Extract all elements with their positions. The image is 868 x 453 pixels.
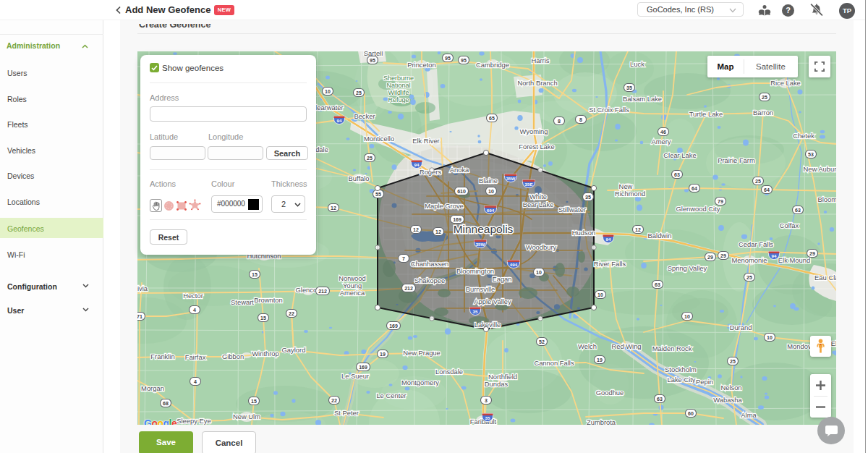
svg-text:Rice Lake: Rice Lake <box>770 79 801 87</box>
svg-text:Cannon Falls: Cannon Falls <box>534 359 574 367</box>
svg-text:Brownton: Brownton <box>254 296 283 304</box>
svg-text:Wildlife: Wildlife <box>388 89 409 96</box>
svg-text:22: 22 <box>289 311 294 316</box>
svg-text:15: 15 <box>252 272 258 277</box>
svg-text:Alma: Alma <box>741 411 757 419</box>
svg-text:Winthrop: Winthrop <box>252 350 279 357</box>
svg-text:52: 52 <box>539 339 545 344</box>
svg-text:610: 610 <box>457 189 466 194</box>
svg-text:694: 694 <box>487 208 495 213</box>
svg-text:494: 494 <box>510 262 518 267</box>
svg-text:Lake City: Lake City <box>667 376 695 384</box>
svg-text:12: 12 <box>331 206 336 211</box>
svg-text:Cambridge: Cambridge <box>476 61 509 69</box>
svg-text:3: 3 <box>485 398 488 403</box>
svg-text:Forest Lake: Forest Lake <box>519 143 555 151</box>
svg-text:St Croix Falls: St Croix Falls <box>589 106 629 114</box>
svg-text:29: 29 <box>809 251 815 256</box>
svg-text:68: 68 <box>163 401 169 406</box>
svg-text:New Auburn: New Auburn <box>803 165 836 173</box>
svg-text:25: 25 <box>746 275 752 280</box>
svg-text:Buffalo: Buffalo <box>348 174 369 182</box>
svg-text:Prairie Farm: Prairie Farm <box>718 156 755 164</box>
svg-text:Maple Grove: Maple Grove <box>425 202 464 210</box>
svg-text:Eau Claire: Eau Claire <box>814 274 836 281</box>
svg-text:Cedar Falls: Cedar Falls <box>739 240 773 248</box>
svg-text:Fairfax: Fairfax <box>185 353 206 361</box>
svg-text:Red Wing: Red Wing <box>611 342 641 350</box>
svg-text:Stewart: Stewart <box>231 298 254 306</box>
svg-text:46: 46 <box>660 130 666 135</box>
svg-text:Woodbury: Woodbury <box>526 243 557 251</box>
svg-text:12: 12 <box>413 227 419 232</box>
svg-text:4: 4 <box>194 379 197 384</box>
svg-text:35E: 35E <box>524 182 532 187</box>
svg-text:Hector: Hector <box>183 292 203 300</box>
svg-text:Goodhue: Goodhue <box>596 389 624 397</box>
svg-text:Sherburne: Sherburne <box>383 75 414 82</box>
svg-text:New Ulm: New Ulm <box>233 412 260 420</box>
svg-text:25: 25 <box>762 95 767 100</box>
svg-text:Barron: Barron <box>753 109 773 117</box>
svg-text:Le Center: Le Center <box>376 391 406 399</box>
svg-text:Lonsdale: Lonsdale <box>435 368 463 376</box>
svg-text:National: National <box>386 82 410 89</box>
svg-text:Dundas: Dundas <box>485 380 509 388</box>
svg-text:169: 169 <box>359 365 367 370</box>
svg-text:Baldwin: Baldwin <box>648 232 672 240</box>
svg-text:Elk Mound: Elk Mound <box>778 256 810 264</box>
svg-text:Welch: Welch <box>578 342 597 350</box>
svg-text:35W: 35W <box>506 176 516 181</box>
svg-text:Harris: Harris <box>532 56 550 64</box>
svg-text:Le Sueur: Le Sueur <box>341 372 369 380</box>
svg-text:63: 63 <box>655 282 660 287</box>
svg-text:25: 25 <box>356 90 362 96</box>
svg-text:10: 10 <box>488 189 494 194</box>
svg-text:64: 64 <box>692 186 697 191</box>
svg-text:94: 94 <box>414 162 420 167</box>
svg-text:Stillwater: Stillwater <box>558 206 586 213</box>
svg-text:25: 25 <box>755 179 761 184</box>
svg-text:35: 35 <box>626 85 632 90</box>
svg-text:63: 63 <box>657 397 663 402</box>
svg-text:Clear Lake: Clear Lake <box>663 151 696 159</box>
svg-text:Montgomery: Montgomery <box>401 378 439 386</box>
svg-text:Wyoming: Wyoming <box>520 127 548 135</box>
svg-text:Elk River: Elk River <box>412 137 440 145</box>
svg-text:10: 10 <box>597 292 603 297</box>
svg-text:35: 35 <box>485 415 490 420</box>
svg-text:Amery: Amery <box>651 137 671 145</box>
svg-text:12: 12 <box>435 229 441 234</box>
svg-text:Zumbrota: Zumbrota <box>587 418 616 425</box>
svg-text:60: 60 <box>688 411 694 416</box>
svg-text:94: 94 <box>337 118 342 123</box>
svg-text:St Peter: St Peter <box>334 409 359 417</box>
svg-text:10: 10 <box>536 270 542 275</box>
svg-text:94: 94 <box>606 237 611 242</box>
svg-text:19: 19 <box>380 352 386 357</box>
svg-text:55: 55 <box>375 192 381 197</box>
svg-text:25: 25 <box>730 359 736 364</box>
svg-text:Gaylord: Gaylord <box>282 346 306 354</box>
svg-text:Monticello: Monticello <box>364 135 394 143</box>
svg-text:94: 94 <box>772 253 777 258</box>
svg-text:29: 29 <box>707 255 713 260</box>
svg-text:America: America <box>340 289 365 297</box>
svg-text:Luck: Luck <box>630 60 644 68</box>
svg-text:53: 53 <box>808 152 814 157</box>
svg-text:Durand: Durand <box>730 323 752 331</box>
svg-text:Stockholm: Stockholm <box>665 365 697 373</box>
svg-text:River Falls: River Falls <box>594 260 626 268</box>
svg-text:25: 25 <box>367 156 373 161</box>
svg-text:95: 95 <box>370 58 375 63</box>
svg-text:Nelson: Nelson <box>720 384 741 391</box>
svg-text:Bear Lake: Bear Lake <box>523 200 554 208</box>
svg-text:Anoka: Anoka <box>450 166 469 174</box>
svg-text:169: 169 <box>453 217 461 222</box>
svg-text:212: 212 <box>318 289 327 294</box>
svg-text:8: 8 <box>579 117 582 122</box>
svg-text:63: 63 <box>674 172 680 177</box>
svg-text:Sleepy Eye: Sleepy Eye <box>176 417 210 425</box>
svg-text:Mondovi: Mondovi <box>787 342 812 350</box>
svg-text:35: 35 <box>585 195 591 200</box>
